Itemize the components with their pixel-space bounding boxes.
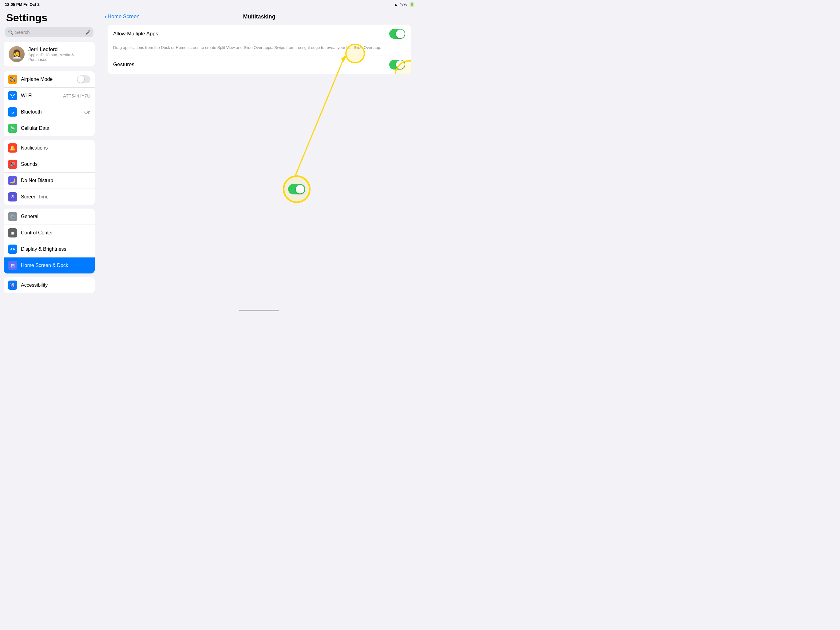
sidebar-item-home-screen[interactable]: ⊞ Home Screen & Dock — [4, 258, 95, 274]
bluetooth-value: On — [84, 109, 90, 115]
content-scroll: Allow Multiple Apps Drag applications fr… — [98, 25, 420, 306]
back-button[interactable]: ‹ Home Screen — [104, 14, 140, 20]
profile-row[interactable]: 👩‍💼 Jerri Ledford Apple ID, iCloud, Medi… — [4, 42, 95, 66]
page-title: Multitasking — [243, 14, 275, 20]
bluetooth-label: Bluetooth — [21, 109, 81, 115]
allow-multiple-apps-label: Allow Multiple Apps — [113, 31, 389, 37]
wifi-icon: ▲ — [394, 2, 398, 7]
sidebar-item-do-not-disturb[interactable]: 🌙 Do Not Disturb — [4, 173, 95, 189]
general-label: General — [21, 214, 90, 219]
settings-group-system: ⚙️ General ▣ Control Center AA Display &… — [4, 209, 95, 274]
gestures-toggle[interactable] — [389, 60, 405, 70]
notifications-label: Notifications — [21, 145, 90, 151]
status-bar: 12:05 PM Fri Oct 2 ▲ 47% 🔋 — [0, 0, 420, 9]
accessibility-label: Accessibility — [21, 282, 90, 288]
battery-percent: 47% — [400, 2, 407, 6]
screen-time-label: Screen Time — [21, 194, 90, 199]
sounds-label: Sounds — [21, 161, 90, 167]
search-placeholder: Search — [15, 30, 83, 35]
sidebar: Settings 🔍 Search 🎤 👩‍💼 Jerri Ledford Ap… — [0, 9, 98, 315]
screen-time-icon: ⏱ — [8, 192, 17, 201]
control-center-icon: ▣ — [8, 228, 17, 237]
do-not-disturb-label: Do Not Disturb — [21, 178, 90, 184]
profile-subtitle: Apple ID, iCloud, Media & Purchases — [28, 52, 90, 62]
multitasking-card: Allow Multiple Apps Drag applications fr… — [107, 25, 411, 74]
sidebar-item-sounds[interactable]: 🔊 Sounds — [4, 156, 95, 173]
sidebar-item-bluetooth[interactable]: ᴗ Bluetooth On — [4, 104, 95, 120]
general-icon: ⚙️ — [8, 212, 17, 221]
profile-info: Jerri Ledford Apple ID, iCloud, Media & … — [28, 46, 90, 62]
airplane-mode-toggle[interactable] — [77, 75, 90, 83]
display-label: Display & Brightness — [21, 246, 90, 252]
do-not-disturb-icon: 🌙 — [8, 176, 17, 185]
allow-multiple-apps-description: Drag applications from the Dock or Home … — [107, 43, 411, 55]
gestures-label: Gestures — [113, 62, 389, 68]
cellular-label: Cellular Data — [21, 125, 90, 131]
gestures-row: Gestures — [107, 55, 411, 74]
sounds-icon: 🔊 — [8, 160, 17, 169]
search-icon: 🔍 — [8, 30, 13, 35]
status-time-date: 12:05 PM Fri Oct 2 — [5, 2, 39, 7]
accessibility-icon: ♿ — [8, 280, 17, 290]
settings-group-alerts: 🔔 Notifications 🔊 Sounds 🌙 Do Not Distur… — [4, 140, 95, 205]
sidebar-item-notifications[interactable]: 🔔 Notifications — [4, 140, 95, 156]
sidebar-item-cellular[interactable]: 📡 Cellular Data — [4, 120, 95, 136]
bluetooth-icon: ᴗ — [8, 108, 17, 117]
display-icon: AA — [8, 245, 17, 254]
allow-multiple-apps-row: Allow Multiple Apps — [107, 25, 411, 43]
home-screen-icon: ⊞ — [8, 261, 17, 270]
sidebar-item-display[interactable]: AA Display & Brightness — [4, 241, 95, 258]
battery-icon: 🔋 — [409, 2, 415, 7]
cellular-icon: 📡 — [8, 123, 17, 133]
wifi-settings-icon — [8, 91, 17, 100]
nav-bar: ‹ Home Screen Multitasking — [98, 9, 420, 25]
sidebar-item-control-center[interactable]: ▣ Control Center — [4, 225, 95, 241]
microphone-icon: 🎤 — [85, 30, 90, 35]
sidebar-item-screen-time[interactable]: ⏱ Screen Time — [4, 189, 95, 205]
search-bar[interactable]: 🔍 Search 🎤 — [5, 27, 93, 37]
sidebar-title: Settings — [0, 9, 98, 27]
allow-multiple-apps-toggle[interactable] — [389, 29, 405, 39]
profile-name: Jerri Ledford — [28, 46, 90, 52]
content-area: ‹ Home Screen Multitasking Allow Multipl… — [98, 9, 420, 315]
sidebar-item-accessibility[interactable]: ♿ Accessibility — [4, 277, 95, 293]
settings-group-connectivity: ✈️ Airplane Mode Wi-Fi ATT54rHY7U ᴗ Blue… — [4, 71, 95, 136]
sidebar-item-wifi[interactable]: Wi-Fi ATT54rHY7U — [4, 88, 95, 104]
control-center-label: Control Center — [21, 230, 90, 236]
sidebar-item-airplane-mode[interactable]: ✈️ Airplane Mode — [4, 71, 95, 88]
back-chevron-icon: ‹ — [104, 14, 106, 20]
notifications-icon: 🔔 — [8, 143, 17, 153]
airplane-mode-icon: ✈️ — [8, 75, 17, 84]
sidebar-item-general[interactable]: ⚙️ General — [4, 209, 95, 225]
main-layout: Settings 🔍 Search 🎤 👩‍💼 Jerri Ledford Ap… — [0, 9, 420, 315]
avatar: 👩‍💼 — [9, 46, 25, 62]
status-indicators: ▲ 47% 🔋 — [394, 2, 415, 7]
wifi-label: Wi-Fi — [21, 93, 59, 98]
home-bar — [239, 310, 279, 311]
home-screen-label: Home Screen & Dock — [21, 263, 90, 268]
back-label: Home Screen — [107, 14, 140, 20]
home-indicator — [98, 306, 420, 315]
airplane-mode-label: Airplane Mode — [21, 77, 73, 82]
wifi-value: ATT54rHY7U — [63, 93, 90, 98]
